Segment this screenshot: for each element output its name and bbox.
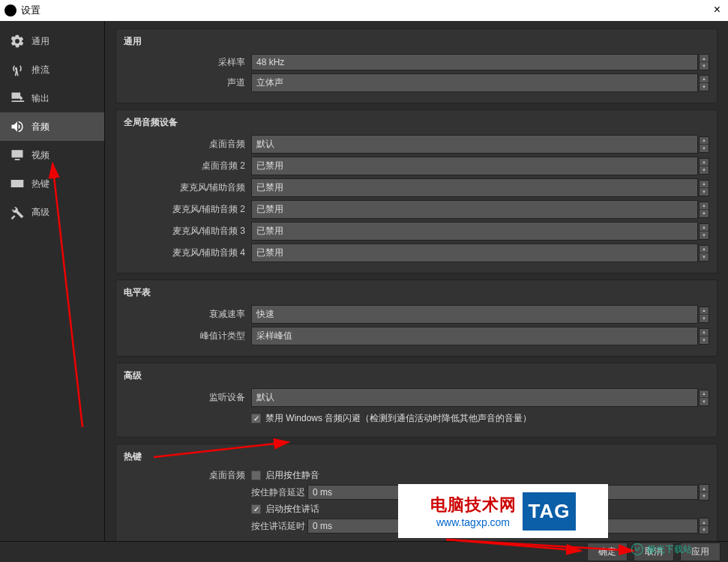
ptt-enable-checkbox[interactable]: ✓ (251, 504, 261, 514)
section-title: 全局音频设备 (124, 116, 709, 129)
title-bar: 设置 × (0, 0, 728, 21)
desktop-audio-select[interactable]: 默认 (251, 135, 698, 154)
section-advanced: 高级 监听设备 默认 ▲▼ ✓ 禁用 Windows 音频闪避（检测到通信活动时… (115, 363, 718, 438)
sidebar-item-label: 推流 (31, 64, 49, 76)
section-title: 通用 (124, 35, 709, 48)
section-title: 热键 (124, 450, 709, 463)
watermark-tag: TAG (523, 492, 577, 531)
desktop-audio-label: 桌面音频 (124, 138, 251, 151)
spinner-control[interactable]: ▲▼ (699, 180, 709, 196)
section-general: 通用 采样率 48 kHz ▲▼ 声道 立体声 ▲▼ (115, 28, 718, 103)
desktop-audio-2-select[interactable]: 已禁用 (251, 157, 698, 175)
spinner-control[interactable]: ▲▼ (699, 202, 709, 218)
section-meters: 电平表 衰减速率 快速 ▲▼ 峰值计类型 采样峰值 ▲▼ (115, 280, 718, 357)
sidebar-item-label: 热键 (31, 178, 49, 190)
tools-icon (7, 204, 27, 220)
ducking-checkbox[interactable]: ✓ (251, 414, 261, 423)
sidebar-item-video[interactable]: 视频 (0, 141, 104, 169)
ducking-label: 禁用 Windows 音频闪避（检测到通信活动时降低其他声音的音量） (265, 412, 532, 425)
section-title: 电平表 (124, 286, 709, 299)
spinner-control[interactable]: ▲▼ (699, 136, 709, 153)
sidebar-item-stream[interactable]: 推流 (0, 55, 104, 84)
mic-aux-4-select[interactable]: 已禁用 (251, 244, 698, 262)
mute-delay-label: 按住静音延迟 (251, 486, 307, 499)
output-icon (7, 90, 27, 106)
sidebar-item-label: 视频 (31, 149, 49, 162)
spinner-control[interactable]: ▲▼ (699, 54, 709, 70)
spinner-control[interactable]: ▲▼ (699, 223, 709, 240)
mic-aux-2-select[interactable]: 已禁用 (251, 200, 698, 219)
mic-aux-label: 麦克风/辅助音频 (124, 181, 251, 194)
ptt-enable-label: 启动按住讲话 (265, 503, 319, 516)
sidebar-item-general[interactable]: 通用 (0, 27, 104, 55)
spinner-control[interactable]: ▲▼ (699, 518, 709, 534)
peak-meter-label: 峰值计类型 (124, 330, 251, 342)
sidebar-item-output[interactable]: 输出 (0, 84, 104, 112)
app-icon (4, 4, 16, 16)
spinner-control[interactable]: ▲▼ (699, 390, 709, 406)
sidebar-item-label: 高级 (31, 206, 49, 219)
svg-point-4 (632, 544, 643, 555)
speaker-icon (7, 118, 27, 135)
channels-select[interactable]: 立体声 (251, 73, 698, 92)
spinner-control[interactable]: ▲▼ (699, 484, 709, 501)
mic-aux-select[interactable]: 已禁用 (251, 178, 698, 197)
main-area: 通用 推流 输出 音频 视频 (0, 21, 728, 541)
monitor-icon (7, 147, 27, 163)
mute-enable-label: 启用按住静音 (265, 469, 319, 482)
spinner-control[interactable]: ▲▼ (699, 158, 709, 175)
spinner-control[interactable]: ▲▼ (699, 328, 709, 345)
watermark-overlay: 电脑技术网 www.tagxp.com TAG (398, 484, 608, 538)
section-devices: 全局音频设备 桌面音频 默认 ▲▼ 桌面音频 2 已禁用 ▲▼ 麦克风/辅助音频… (115, 109, 718, 274)
keyboard-icon (7, 175, 27, 192)
antenna-icon (7, 61, 27, 78)
mute-enable-checkbox[interactable] (251, 471, 261, 480)
spinner-control[interactable]: ▲▼ (699, 75, 709, 91)
spinner-control[interactable]: ▲▼ (699, 306, 709, 323)
close-button[interactable]: × (714, 3, 721, 16)
hotkey-source-label: 桌面音频 (124, 469, 251, 482)
decay-rate-select[interactable]: 快速 (251, 305, 698, 324)
mic-aux-3-label: 麦克风/辅助音频 3 (124, 225, 251, 238)
section-title: 高级 (124, 369, 709, 382)
decay-rate-label: 衰减速率 (124, 308, 251, 321)
corner-watermark: 极光下载站 (631, 543, 692, 556)
sidebar-item-label: 输出 (31, 92, 49, 105)
channels-label: 声道 (124, 76, 251, 89)
spinner-control[interactable]: ▲▼ (699, 245, 709, 262)
content-panel: 通用 采样率 48 kHz ▲▼ 声道 立体声 ▲▼ 全局音频设备 桌面音频 (105, 21, 728, 541)
sidebar-item-advanced[interactable]: 高级 (0, 198, 104, 226)
monitor-device-select[interactable]: 默认 (251, 388, 698, 407)
footer-buttons: 确定 取消 应用 (0, 541, 728, 562)
sample-rate-label: 采样率 (124, 56, 251, 69)
sidebar-item-audio[interactable]: 音频 (0, 112, 104, 141)
mic-aux-2-label: 麦克风/辅助音频 2 (124, 203, 251, 216)
sidebar-item-hotkeys[interactable]: 热键 (0, 169, 104, 198)
gear-icon (7, 33, 27, 49)
ok-button[interactable]: 确定 (587, 543, 628, 561)
sidebar: 通用 推流 输出 音频 视频 (0, 21, 105, 541)
sample-rate-select[interactable]: 48 kHz (251, 54, 698, 70)
monitor-device-label: 监听设备 (124, 391, 251, 404)
mic-aux-3-select[interactable]: 已禁用 (251, 222, 698, 241)
watermark-site-name: 电脑技术网 (430, 494, 517, 516)
ptt-delay-label: 按住讲话延时 (251, 520, 307, 533)
sidebar-item-label: 音频 (31, 121, 49, 133)
watermark-site-url: www.tagxp.com (436, 516, 510, 528)
peak-meter-select[interactable]: 采样峰值 (251, 327, 698, 345)
sidebar-item-label: 通用 (31, 35, 49, 48)
mic-aux-4-label: 麦克风/辅助音频 4 (124, 247, 251, 259)
desktop-audio-2-label: 桌面音频 2 (124, 160, 251, 172)
window-title: 设置 (21, 4, 40, 17)
